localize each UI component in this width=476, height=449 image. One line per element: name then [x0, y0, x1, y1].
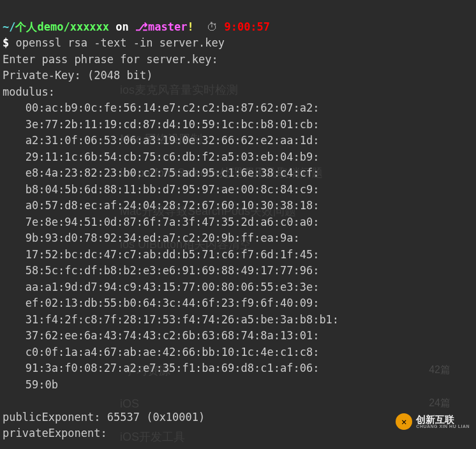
prompt-on: on	[109, 20, 135, 33]
modulus-line: aa:a1:9d:d7:94:c9:43:15:77:00:80:06:55:e…	[3, 279, 473, 296]
branch-icon: ⎇	[135, 20, 148, 33]
watermark-logo-icon: ✕	[396, 413, 412, 430]
modulus-line: 7e:8e:94:51:0d:87:6f:7a:3f:47:35:2d:a6:c…	[3, 214, 473, 231]
modulus-line: a0:57:d8:ec:af:24:04:28:72:67:60:10:30:3…	[3, 198, 473, 214]
modulus-line: 59:0b	[3, 377, 473, 394]
output-public-exponent: publicExponent: 65537 (0x10001)	[3, 411, 205, 423]
output-modulus-label: modulus:	[3, 85, 55, 98]
prompt-time: 9:00:57	[218, 20, 270, 33]
modulus-hex-block: 00:ac:b9:0c:fe:56:14:e7:c2:c2:ba:87:62:0…	[3, 100, 473, 393]
command-text: openssl rsa -text -in server.key	[15, 36, 225, 49]
command-line: $ openssl rsa -text -in server.key	[3, 36, 225, 49]
modulus-line: c0:0f:1a:a4:67:ab:ae:42:66:bb:10:1c:4e:c…	[3, 344, 473, 361]
watermark-main: 创新互联	[416, 415, 470, 424]
clock-icon: ⏱	[207, 20, 218, 33]
modulus-line: 31:f4:2f:c8:7f:28:17:53:f4:74:26:a5:be:3…	[3, 312, 473, 328]
modulus-line: ef:02:13:db:55:b0:64:3c:44:6f:23:f9:6f:4…	[3, 295, 473, 312]
prompt-path-prefix: ~/	[3, 20, 15, 33]
output-private-exponent: privateExponent:	[3, 427, 107, 439]
modulus-line: e8:4a:23:82:23:b0:c2:75:ad:95:c1:6e:38:c…	[3, 165, 473, 182]
modulus-line: b8:04:5b:6d:88:11:bb:d7:95:97:ae:00:8c:8…	[3, 182, 473, 198]
prompt-path: 个人demo/xxxxxx	[15, 20, 109, 33]
output-private-key: Private-Key: (2048 bit)	[3, 69, 152, 82]
modulus-line: 58:5c:fc:df:b8:b2:e3:e6:91:69:88:49:17:7…	[3, 263, 473, 279]
modulus-line: 37:62:ee:6a:43:74:43:c2:6b:63:68:74:8a:1…	[3, 328, 473, 344]
prompt-branch: master	[148, 20, 187, 33]
prompt-dirty: !	[187, 20, 193, 33]
prompt-symbol: $	[3, 36, 15, 49]
modulus-line: 00:ac:b9:0c:fe:56:14:e7:c2:c2:ba:87:62:0…	[3, 100, 473, 117]
output-enter-pass: Enter pass phrase for server.key:	[3, 53, 218, 66]
terminal-output[interactable]: ~/个人demo/xxxxxx on ⎇master! ⏱ 9:00:57 $ …	[3, 3, 473, 442]
modulus-line: 17:52:bc:dc:47:c7:ab:dd:b5:71:c6:f7:6d:1…	[3, 247, 473, 263]
watermark: ✕ 创新互联 CHUANG XIN HU LIAN	[396, 413, 470, 430]
modulus-line: 29:11:1c:6b:54:cb:75:c6:db:f2:a5:03:eb:0…	[3, 149, 473, 166]
modulus-line: 91:3a:f0:08:27:a2:e7:35:f1:ba:69:d8:c1:a…	[3, 360, 473, 377]
modulus-line: 9b:93:d0:78:92:34:ed:a7:c2:20:9b:ff:ea:9…	[3, 230, 473, 247]
modulus-line: a2:31:0f:06:53:06:a3:19:0e:32:66:62:e2:a…	[3, 133, 473, 149]
prompt-line: ~/个人demo/xxxxxx on ⎇master! ⏱ 9:00:57	[3, 20, 270, 33]
modulus-line: 3e:77:2b:11:19:cd:87:d4:10:59:1c:bc:b8:0…	[3, 117, 473, 133]
watermark-sub: CHUANG XIN HU LIAN	[416, 424, 470, 429]
